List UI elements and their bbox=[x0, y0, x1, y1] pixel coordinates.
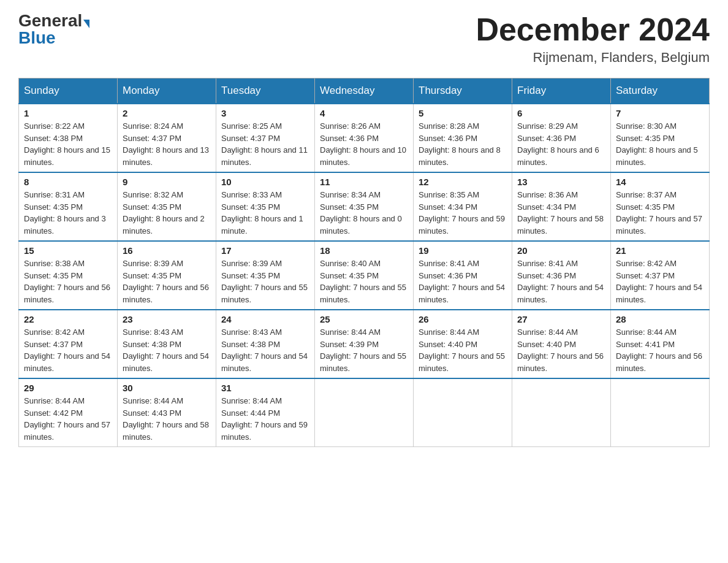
month-title: December 2024 bbox=[476, 12, 710, 47]
table-row: 14 Sunrise: 8:37 AM Sunset: 4:35 PM Dayl… bbox=[611, 172, 710, 241]
table-row: 25 Sunrise: 8:44 AM Sunset: 4:39 PM Dayl… bbox=[315, 310, 414, 378]
day-info: Sunrise: 8:29 AM Sunset: 4:36 PM Dayligh… bbox=[517, 120, 605, 168]
day-number: 13 bbox=[517, 177, 605, 187]
table-row: 20 Sunrise: 8:41 AM Sunset: 4:36 PM Dayl… bbox=[512, 241, 611, 310]
day-number: 15 bbox=[24, 245, 112, 256]
day-info: Sunrise: 8:44 AM Sunset: 4:43 PM Dayligh… bbox=[123, 395, 211, 443]
day-info: Sunrise: 8:34 AM Sunset: 4:35 PM Dayligh… bbox=[320, 189, 408, 237]
day-info: Sunrise: 8:35 AM Sunset: 4:34 PM Dayligh… bbox=[419, 189, 507, 237]
day-number: 9 bbox=[123, 177, 211, 187]
col-wednesday: Wednesday bbox=[315, 79, 414, 104]
table-row: 27 Sunrise: 8:44 AM Sunset: 4:40 PM Dayl… bbox=[512, 310, 611, 378]
table-row bbox=[414, 378, 512, 447]
day-number: 19 bbox=[419, 245, 507, 256]
table-row bbox=[512, 378, 611, 447]
table-row: 22 Sunrise: 8:42 AM Sunset: 4:37 PM Dayl… bbox=[19, 310, 118, 378]
day-info: Sunrise: 8:22 AM Sunset: 4:38 PM Dayligh… bbox=[24, 120, 112, 168]
calendar-week-row: 1 Sunrise: 8:22 AM Sunset: 4:38 PM Dayli… bbox=[19, 104, 710, 172]
day-number: 12 bbox=[419, 177, 507, 187]
calendar-week-row: 29 Sunrise: 8:44 AM Sunset: 4:42 PM Dayl… bbox=[19, 378, 710, 447]
logo-general-text: General bbox=[18, 11, 82, 30]
day-number: 20 bbox=[517, 245, 605, 256]
day-info: Sunrise: 8:24 AM Sunset: 4:37 PM Dayligh… bbox=[123, 120, 211, 168]
logo-triangle-icon bbox=[83, 20, 89, 28]
table-row: 16 Sunrise: 8:39 AM Sunset: 4:35 PM Dayl… bbox=[118, 241, 216, 310]
calendar-week-row: 15 Sunrise: 8:38 AM Sunset: 4:35 PM Dayl… bbox=[19, 241, 710, 310]
day-info: Sunrise: 8:40 AM Sunset: 4:35 PM Dayligh… bbox=[320, 258, 408, 305]
table-row: 26 Sunrise: 8:44 AM Sunset: 4:40 PM Dayl… bbox=[414, 310, 512, 378]
day-info: Sunrise: 8:44 AM Sunset: 4:41 PM Dayligh… bbox=[616, 326, 704, 374]
table-row: 29 Sunrise: 8:44 AM Sunset: 4:42 PM Dayl… bbox=[19, 378, 118, 447]
col-saturday: Saturday bbox=[611, 79, 710, 104]
table-row: 5 Sunrise: 8:28 AM Sunset: 4:36 PM Dayli… bbox=[414, 104, 512, 172]
table-row bbox=[611, 378, 710, 447]
day-info: Sunrise: 8:42 AM Sunset: 4:37 PM Dayligh… bbox=[616, 258, 704, 305]
day-number: 21 bbox=[616, 245, 704, 256]
day-info: Sunrise: 8:36 AM Sunset: 4:34 PM Dayligh… bbox=[517, 189, 605, 237]
table-row: 21 Sunrise: 8:42 AM Sunset: 4:37 PM Dayl… bbox=[611, 241, 710, 310]
day-number: 27 bbox=[517, 314, 605, 324]
day-info: Sunrise: 8:39 AM Sunset: 4:35 PM Dayligh… bbox=[221, 258, 309, 305]
table-row: 10 Sunrise: 8:33 AM Sunset: 4:35 PM Dayl… bbox=[216, 172, 315, 241]
day-number: 25 bbox=[320, 314, 408, 324]
table-row: 18 Sunrise: 8:40 AM Sunset: 4:35 PM Dayl… bbox=[315, 241, 414, 310]
table-row: 11 Sunrise: 8:34 AM Sunset: 4:35 PM Dayl… bbox=[315, 172, 414, 241]
day-number: 14 bbox=[616, 177, 704, 187]
day-info: Sunrise: 8:25 AM Sunset: 4:37 PM Dayligh… bbox=[221, 120, 309, 168]
day-number: 4 bbox=[320, 108, 408, 118]
day-info: Sunrise: 8:44 AM Sunset: 4:40 PM Dayligh… bbox=[517, 326, 605, 374]
day-number: 11 bbox=[320, 177, 408, 187]
day-info: Sunrise: 8:31 AM Sunset: 4:35 PM Dayligh… bbox=[24, 189, 112, 237]
page-header: General Blue December 2024 Rijmenam, Fla… bbox=[18, 12, 710, 66]
day-number: 3 bbox=[221, 108, 309, 118]
day-info: Sunrise: 8:42 AM Sunset: 4:37 PM Dayligh… bbox=[24, 326, 112, 374]
day-number: 28 bbox=[616, 314, 704, 324]
day-info: Sunrise: 8:26 AM Sunset: 4:36 PM Dayligh… bbox=[320, 120, 408, 168]
day-number: 18 bbox=[320, 245, 408, 256]
col-sunday: Sunday bbox=[19, 79, 118, 104]
location-subtitle: Rijmenam, Flanders, Belgium bbox=[476, 50, 710, 66]
table-row: 4 Sunrise: 8:26 AM Sunset: 4:36 PM Dayli… bbox=[315, 104, 414, 172]
day-number: 5 bbox=[419, 108, 507, 118]
day-number: 30 bbox=[123, 383, 211, 393]
calendar-table: Sunday Monday Tuesday Wednesday Thursday… bbox=[18, 78, 710, 447]
logo: General Blue bbox=[18, 12, 89, 47]
day-number: 23 bbox=[123, 314, 211, 324]
logo-blue-text: Blue bbox=[18, 28, 56, 47]
table-row: 3 Sunrise: 8:25 AM Sunset: 4:37 PM Dayli… bbox=[216, 104, 315, 172]
day-number: 17 bbox=[221, 245, 309, 256]
day-info: Sunrise: 8:44 AM Sunset: 4:39 PM Dayligh… bbox=[320, 326, 408, 374]
day-info: Sunrise: 8:38 AM Sunset: 4:35 PM Dayligh… bbox=[24, 258, 112, 305]
day-info: Sunrise: 8:41 AM Sunset: 4:36 PM Dayligh… bbox=[419, 258, 507, 305]
day-number: 1 bbox=[24, 108, 112, 118]
day-info: Sunrise: 8:44 AM Sunset: 4:42 PM Dayligh… bbox=[24, 395, 112, 443]
table-row: 15 Sunrise: 8:38 AM Sunset: 4:35 PM Dayl… bbox=[19, 241, 118, 310]
table-row: 17 Sunrise: 8:39 AM Sunset: 4:35 PM Dayl… bbox=[216, 241, 315, 310]
table-row: 30 Sunrise: 8:44 AM Sunset: 4:43 PM Dayl… bbox=[118, 378, 216, 447]
table-row: 7 Sunrise: 8:30 AM Sunset: 4:35 PM Dayli… bbox=[611, 104, 710, 172]
day-number: 31 bbox=[221, 383, 309, 393]
table-row: 8 Sunrise: 8:31 AM Sunset: 4:35 PM Dayli… bbox=[19, 172, 118, 241]
day-number: 7 bbox=[616, 108, 704, 118]
table-row: 13 Sunrise: 8:36 AM Sunset: 4:34 PM Dayl… bbox=[512, 172, 611, 241]
day-number: 16 bbox=[123, 245, 211, 256]
table-row: 23 Sunrise: 8:43 AM Sunset: 4:38 PM Dayl… bbox=[118, 310, 216, 378]
day-info: Sunrise: 8:28 AM Sunset: 4:36 PM Dayligh… bbox=[419, 120, 507, 168]
day-info: Sunrise: 8:30 AM Sunset: 4:35 PM Dayligh… bbox=[616, 120, 704, 168]
day-info: Sunrise: 8:39 AM Sunset: 4:35 PM Dayligh… bbox=[123, 258, 211, 305]
day-number: 22 bbox=[24, 314, 112, 324]
day-info: Sunrise: 8:41 AM Sunset: 4:36 PM Dayligh… bbox=[517, 258, 605, 305]
day-number: 8 bbox=[24, 177, 112, 187]
day-info: Sunrise: 8:32 AM Sunset: 4:35 PM Dayligh… bbox=[123, 189, 211, 237]
day-number: 24 bbox=[221, 314, 309, 324]
col-monday: Monday bbox=[118, 79, 216, 104]
table-row: 9 Sunrise: 8:32 AM Sunset: 4:35 PM Dayli… bbox=[118, 172, 216, 241]
table-row: 19 Sunrise: 8:41 AM Sunset: 4:36 PM Dayl… bbox=[414, 241, 512, 310]
day-number: 6 bbox=[517, 108, 605, 118]
table-row bbox=[315, 378, 414, 447]
day-number: 10 bbox=[221, 177, 309, 187]
table-row: 31 Sunrise: 8:44 AM Sunset: 4:44 PM Dayl… bbox=[216, 378, 315, 447]
col-thursday: Thursday bbox=[414, 79, 512, 104]
table-row: 28 Sunrise: 8:44 AM Sunset: 4:41 PM Dayl… bbox=[611, 310, 710, 378]
table-row: 12 Sunrise: 8:35 AM Sunset: 4:34 PM Dayl… bbox=[414, 172, 512, 241]
